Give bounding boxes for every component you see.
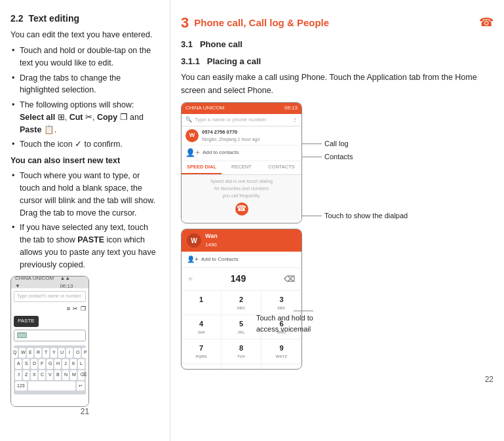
contacts-annotation: Contacts xyxy=(302,151,353,163)
keyboard-row-1: QWERTYUIOP xyxy=(15,348,85,358)
also-bullets: Touch where you want to type, or touch a… xyxy=(10,170,159,271)
dial-key-1[interactable]: 1 xyxy=(182,291,222,315)
right-section-num: 3 xyxy=(181,12,189,34)
tab-speed-dial[interactable]: SPEED DIAL xyxy=(182,161,222,174)
contacts-label: Contacts xyxy=(324,151,353,163)
left-page: 2.2 Text editing You can edit the text y… xyxy=(0,0,170,441)
call-log-label: Call log xyxy=(324,138,349,149)
dial-key-star[interactable]: * xyxy=(182,364,222,370)
tab-bar: SPEED DIAL RECENT CONTACTS xyxy=(182,161,301,175)
dialpad-header: W Wan 1490 xyxy=(182,229,301,252)
keyboard-row-3: ⇧ZXCVBNM⌫ xyxy=(15,370,85,380)
dialpad-icon[interactable]: ☎ xyxy=(235,202,248,216)
caller-info: Wan 1490 xyxy=(205,232,218,249)
screen-top-bar-1: CHINA UNICOM 06:13 xyxy=(182,103,301,113)
dial-key-2[interactable]: 2ABC xyxy=(222,291,262,315)
voicemail-annotation: Touch and hold toaccess voicemail xyxy=(256,311,313,335)
phone-screen-content: Type contact's name or number ≡ ✂ ❐ PAST… xyxy=(11,288,88,406)
left-section-heading: 2.2 Text editing xyxy=(10,12,159,26)
tab-recent[interactable]: RECENT xyxy=(222,161,262,174)
bullet-3: The following options will show: Select … xyxy=(10,99,159,136)
tab-contacts[interactable]: CONTACTS xyxy=(262,161,301,174)
phone-screen-2: W Wan 1490 👤+ Add to Contacts + 149 ⌫ 1 xyxy=(181,229,302,370)
dialpad-display: + 149 ⌫ xyxy=(182,268,301,291)
paste-bar: PASTE xyxy=(14,316,39,326)
left-intro: You can edit the text you have entered. xyxy=(10,29,159,41)
dial-key-8[interactable]: 8TUV xyxy=(222,339,262,364)
dialpad-label: Touch to show the dialpad xyxy=(324,210,408,221)
bullet-2: Drag the tabs to change the highlighted … xyxy=(10,72,159,97)
dial-key-4[interactable]: 4GHI xyxy=(182,315,222,339)
screens-wrapper: CHINA UNICOM 06:13 🔍 Type a name or phon… xyxy=(181,102,494,370)
dial-key-hash[interactable]: # xyxy=(262,364,301,370)
screen-search-bar: 🔍 Type a name or phone number ⋮ xyxy=(182,114,301,126)
bullet-1: Touch and hold or double-tap on the text… xyxy=(10,45,159,69)
add-contact-row: 👤+ Add to contacts xyxy=(182,145,301,161)
right-page-num: 22 xyxy=(485,375,494,384)
caller-avatar: W xyxy=(187,233,201,248)
bullet-4: Touch the icon ✓ to confirm. xyxy=(10,138,159,151)
contact-info: 0574 2756 0770 Ningbo, Zhejiang 1 hour a… xyxy=(202,128,260,143)
keyboard-row-2: ASDFGHJKL xyxy=(15,359,85,369)
right-body-text: You can easily make a call using Phone. … xyxy=(181,71,494,97)
left-section-title: Text editing xyxy=(28,12,79,26)
phone-screenshot-area: CHINA UNICOM ▼ ▲▲ 06:13 Type contact's n… xyxy=(10,276,159,407)
left-page-num: 21 xyxy=(10,406,159,418)
dial-key-0[interactable]: 0+ xyxy=(222,364,262,370)
also-insert-title: You can also insert new text xyxy=(10,155,159,167)
sub-section-31: 3.1 Phone call xyxy=(181,38,494,51)
dialpad-annotation: Touch to show the dialpad xyxy=(302,210,408,221)
also-bullet-1: Touch where you want to type, or touch a… xyxy=(10,170,159,219)
also-bullet-2: If you have selected any text, touch the… xyxy=(10,221,159,271)
annotations-area: Call log Contacts Touch to show the dial… xyxy=(302,102,494,370)
main-bullets: Touch and hold or double-tap on the text… xyxy=(10,45,159,151)
sub-section-311: 3.1.1 Placing a call xyxy=(181,55,494,68)
contact-avatar: W xyxy=(185,129,199,142)
contact-row-1: W 0574 2756 0770 Ningbo, Zhejiang 1 hour… xyxy=(182,126,301,145)
call-log-annotation: Call log xyxy=(302,138,349,149)
text-field-mock: test xyxy=(14,330,86,341)
dial-key-7[interactable]: 7PQRS xyxy=(182,339,222,364)
phone-screen-1: CHINA UNICOM 06:13 🔍 Type a name or phon… xyxy=(181,102,302,223)
voicemail-label: Touch and hold toaccess voicemail xyxy=(256,313,313,335)
phone-icon: ☎ xyxy=(479,14,494,32)
keyboard-row-4: 123 ↵ xyxy=(15,381,85,391)
dial-key-9[interactable]: 9WXYZ xyxy=(262,339,301,364)
phone-top-bar: CHINA UNICOM ▼ ▲▲ 06:13 xyxy=(11,277,88,288)
keyboard-mock: QWERTYUIOP ASDFGHJKL ⇧ZXCVBNM⌫ 123 ↵ xyxy=(14,345,86,394)
dial-key-5[interactable]: 5JKL xyxy=(222,315,262,339)
add-contacts-btn: 👤+ Add to Contacts xyxy=(182,252,301,268)
right-page: 3 Phone call, Call log & People ☎ 3.1 Ph… xyxy=(170,0,504,441)
right-section-title: Phone call, Call log & People xyxy=(194,15,329,30)
phone-mock-left: CHINA UNICOM ▼ ▲▲ 06:13 Type contact's n… xyxy=(10,276,89,407)
left-section-num: 2.2 xyxy=(10,12,23,26)
